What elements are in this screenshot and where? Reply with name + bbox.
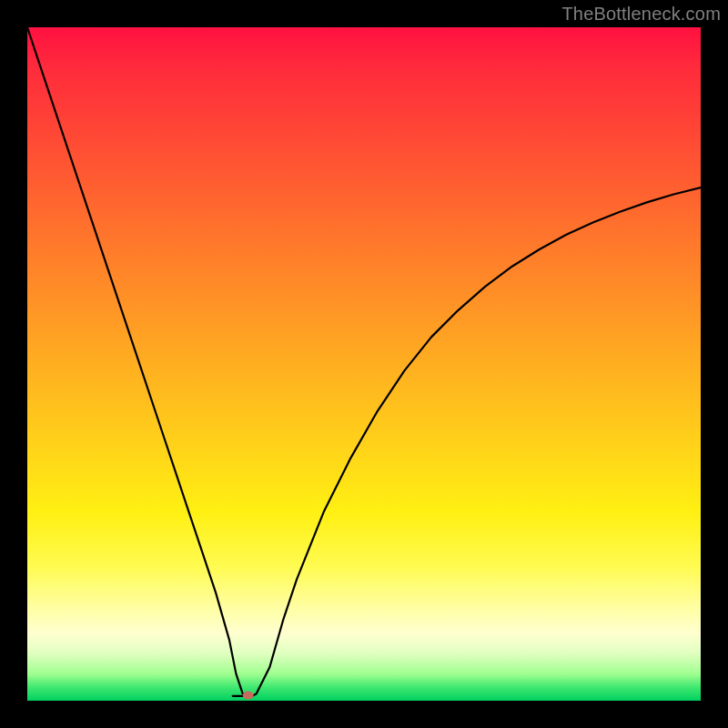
chart-container: TheBottleneck.com [0, 0, 728, 728]
curve-layer [27, 27, 701, 701]
attribution-label: TheBottleneck.com [561, 4, 721, 25]
bottleneck-curve [27, 27, 701, 697]
plot-area [27, 27, 701, 701]
optimum-marker [243, 692, 254, 700]
